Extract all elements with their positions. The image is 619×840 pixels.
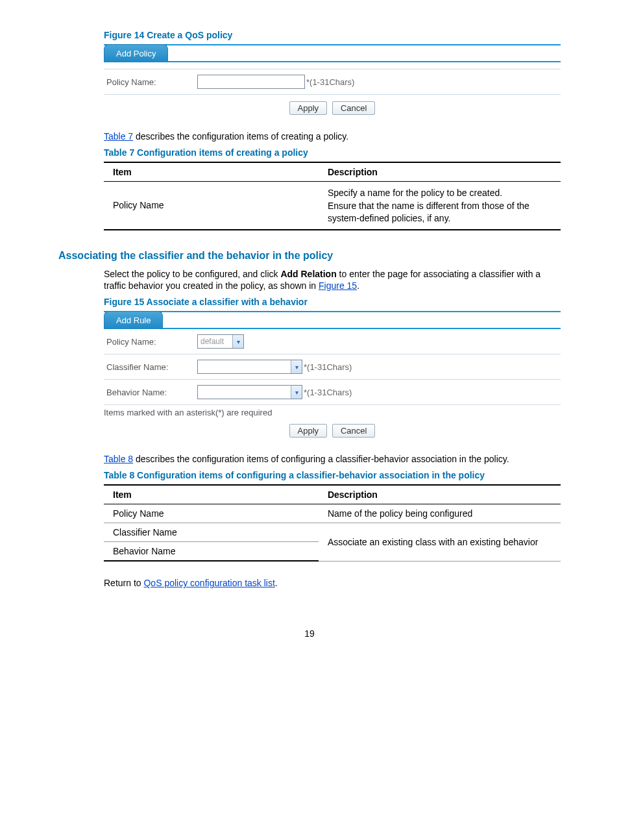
classifier-name-label: Classifier Name:	[106, 362, 197, 372]
para2-post: .	[357, 280, 359, 291]
para-table8-ref: Table 8 describes the configuration item…	[104, 453, 561, 465]
classifier-hint: *(1-31Chars)	[304, 362, 352, 372]
return-pre: Return to	[104, 578, 143, 588]
table-7: Item Description Policy Name Specify a n…	[104, 162, 561, 230]
return-post: .	[275, 578, 278, 588]
cancel-button[interactable]: Cancel	[332, 101, 375, 115]
tab-strip-2	[163, 328, 561, 329]
figure-14-form: Add Policy Policy Name: *(1-31Chars) App…	[104, 44, 561, 117]
desc-line-1: Specify a name for the policy to be crea…	[328, 187, 552, 199]
cell-item: Policy Name	[104, 182, 319, 230]
figure-15-form: Add Rule Policy Name: default ▾ Classifi…	[104, 311, 561, 440]
para3-text: describes the configuration items of con…	[133, 454, 509, 464]
tab-add-policy[interactable]: Add Policy	[104, 44, 168, 62]
behavior-name-label: Behavior Name:	[106, 388, 197, 397]
cell-desc: Specify a name for the policy to be crea…	[319, 182, 561, 230]
tab-strip	[168, 61, 561, 62]
para-table7-ref: Table 7 describes the configuration item…	[104, 130, 561, 142]
link-task-list[interactable]: QoS policy configuration task list	[143, 578, 274, 588]
th-item-2: Item	[104, 485, 319, 504]
cell-desc: Associate an existing class with an exis…	[319, 523, 561, 562]
link-figure-15[interactable]: Figure 15	[319, 280, 357, 291]
classifier-name-select[interactable]: ▾	[197, 360, 302, 374]
chevron-down-icon: ▾	[232, 335, 243, 348]
page-number: 19	[58, 628, 561, 639]
link-table-7[interactable]: Table 7	[104, 131, 133, 142]
apply-button[interactable]: Apply	[289, 101, 328, 115]
cell-item: Policy Name	[104, 504, 319, 523]
policy-name-label-2: Policy Name:	[106, 337, 197, 347]
table-row: Classifier Name Associate an existing cl…	[104, 523, 561, 542]
cell-desc: Name of the policy being configured	[319, 504, 561, 523]
behavior-hint: *(1-31Chars)	[304, 388, 352, 397]
th-desc: Description	[319, 162, 561, 182]
table-row: Policy Name Specify a name for the polic…	[104, 182, 561, 230]
policy-name-input[interactable]	[197, 75, 305, 89]
required-note: Items marked with an asterisk(*) are req…	[104, 405, 561, 417]
heading-associating: Associating the classifier and the behav…	[58, 250, 561, 262]
tab-add-rule[interactable]: Add Rule	[104, 311, 163, 329]
figure-14-caption: Figure 14 Create a QoS policy	[104, 30, 561, 40]
policy-name-select[interactable]: default ▾	[197, 334, 244, 349]
table-7-caption: Table 7 Configuration items of creating …	[104, 147, 561, 158]
chevron-down-icon: ▾	[291, 360, 302, 373]
cell-item: Classifier Name	[104, 523, 319, 542]
table-8: Item Description Policy Name Name of the…	[104, 484, 561, 562]
th-desc-2: Description	[319, 485, 561, 504]
table-8-caption: Table 8 Configuration items of configuri…	[104, 470, 561, 480]
behavior-name-select[interactable]: ▾	[197, 385, 302, 399]
para2-pre: Select the policy to be configured, and …	[104, 269, 280, 279]
th-item: Item	[104, 162, 319, 182]
desc-line-2: Ensure that the name is different from t…	[328, 200, 552, 223]
policy-name-label: Policy Name:	[106, 77, 197, 87]
figure-15-caption: Figure 15 Associate a classifier with a …	[104, 297, 561, 307]
policy-name-value: default	[198, 337, 232, 346]
cell-item: Behavior Name	[104, 542, 319, 562]
table-row: Policy Name Name of the policy being con…	[104, 504, 561, 523]
link-table-8[interactable]: Table 8	[104, 454, 133, 464]
bold-add-relation: Add Relation	[280, 269, 336, 279]
chevron-down-icon: ▾	[291, 386, 302, 399]
policy-name-hint: *(1-31Chars)	[306, 77, 354, 87]
para-add-relation: Select the policy to be configured, and …	[104, 268, 561, 291]
cancel-button-2[interactable]: Cancel	[332, 424, 375, 438]
apply-button-2[interactable]: Apply	[289, 424, 328, 438]
para1-text: describes the configuration items of cre…	[133, 131, 348, 142]
return-para: Return to QoS policy configuration task …	[104, 577, 561, 589]
